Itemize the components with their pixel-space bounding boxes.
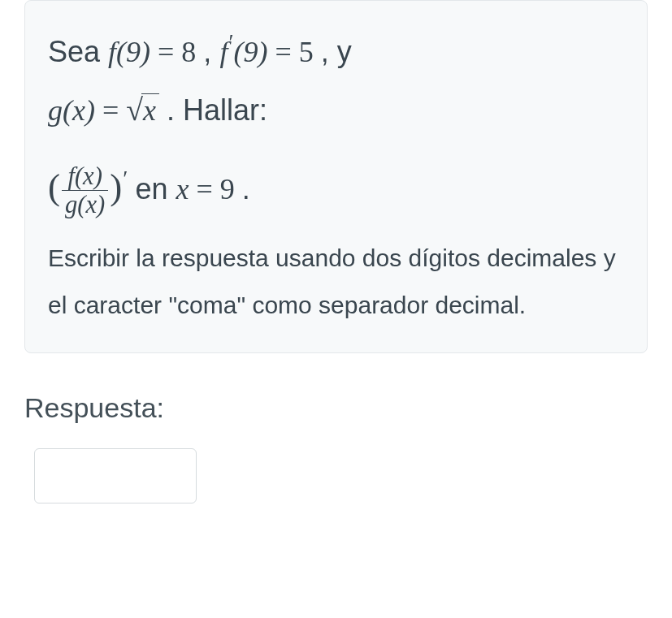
eq-2: =: [275, 36, 292, 68]
at-val: 9: [220, 173, 235, 205]
lead-text: Sea: [48, 35, 108, 68]
eq-1: =: [158, 36, 174, 68]
comma-1: ,: [203, 35, 219, 68]
answer-section: Respuesta:: [24, 353, 648, 503]
en-text: en: [135, 172, 176, 205]
math-fprime9: f′(9) = 5: [219, 36, 320, 68]
math-at: x = 9: [176, 173, 241, 205]
fp-prime: ′: [228, 29, 233, 54]
instruction-text: Escribir la respuesta usando dos dígitos…: [48, 235, 624, 330]
frac-num-arg: (x): [75, 162, 102, 190]
eq-3: =: [102, 94, 119, 127]
g-arg: (x): [63, 94, 95, 127]
sqrt-symbol: √: [126, 93, 143, 127]
problem-line-3: ( f(x) g(x) )′ en x = 9 .: [48, 152, 624, 223]
comma-2: , y: [321, 35, 352, 68]
frac-den-arg: (x): [77, 191, 105, 218]
math-quotient-deriv: ( f(x) g(x) )′: [48, 173, 135, 205]
at-var: x: [176, 173, 189, 205]
f9-val: 8: [181, 36, 196, 68]
f9-lhs: f(9): [108, 36, 150, 68]
question-box: Sea f(9) = 8 , f′(9) = 5 , y g(x) = √x .…: [24, 0, 648, 353]
hallar-text: . Hallar:: [167, 93, 267, 127]
fp-f: f: [219, 36, 228, 68]
problem-line-2: g(x) = √x . Hallar:: [48, 80, 624, 140]
deriv-prime: ′: [123, 166, 128, 191]
math-g: g(x) = √x: [48, 94, 167, 127]
fp-arg: (9): [234, 36, 268, 68]
fraction: f(x) g(x): [62, 163, 108, 218]
frac-num-f: f: [67, 162, 75, 190]
eq-4: =: [196, 173, 212, 205]
g-g: g: [48, 94, 63, 127]
fp-val: 5: [299, 36, 314, 68]
answer-label: Respuesta:: [24, 392, 648, 424]
math-f9: f(9) = 8: [108, 36, 203, 68]
frac-den-g: g: [65, 191, 77, 218]
problem-line-1: Sea f(9) = 8 , f′(9) = 5 , y: [48, 24, 624, 80]
sqrt-arg: x: [141, 93, 159, 127]
answer-input[interactable]: [34, 448, 197, 503]
period: .: [242, 172, 250, 205]
